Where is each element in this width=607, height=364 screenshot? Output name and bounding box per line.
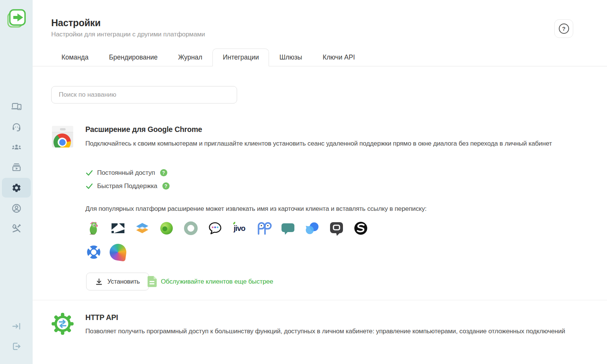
webim-logo-icon bbox=[304, 220, 321, 237]
heart-chat-logo-icon bbox=[207, 220, 223, 237]
download-icon bbox=[95, 278, 103, 286]
omnidesk-logo-icon bbox=[134, 220, 151, 237]
section-divider bbox=[33, 300, 607, 300]
tab-gateways[interactable]: Шлюзы bbox=[269, 49, 312, 66]
help-icon: ? bbox=[559, 24, 569, 34]
feature-quick-support: Быстрая Поддержка ? bbox=[85, 182, 170, 190]
green-sphere-logo-icon bbox=[158, 220, 175, 237]
tab-team[interactable]: Команда bbox=[51, 49, 99, 66]
install-button[interactable]: Установить bbox=[86, 273, 149, 290]
serve-clients-faster-link[interactable]: Обслуживайте клиентов еще быстрее bbox=[161, 278, 273, 286]
question-badge-icon[interactable]: ? bbox=[162, 182, 170, 190]
question-badge-icon[interactable]: ? bbox=[160, 169, 167, 176]
chrome-section-title: Расширение для Google Chrome bbox=[85, 125, 202, 134]
platform-icons: jivo bbox=[85, 220, 374, 260]
feature-permanent-access: Постоянный доступ ? bbox=[85, 169, 167, 177]
sidebar-item-profile[interactable] bbox=[6, 200, 26, 217]
collapse-sidebar-icon[interactable] bbox=[6, 318, 26, 334]
tab-api-keys[interactable]: Ключи API bbox=[312, 49, 365, 66]
api-section-title: HTTP API bbox=[85, 313, 118, 322]
document-icon bbox=[148, 276, 157, 287]
page-title: Настройки bbox=[51, 17, 101, 28]
rainbow-leaf-logo-icon bbox=[109, 243, 127, 262]
chrome-section-description: Подключайтесь к своим компьютерам и приг… bbox=[85, 139, 558, 149]
sidebar-item-devices[interactable] bbox=[6, 98, 26, 115]
tab-integrations[interactable]: Интеграции bbox=[212, 49, 269, 66]
feature-label: Быстрая Поддержка bbox=[97, 182, 157, 190]
teal-chat-logo-icon bbox=[280, 220, 296, 237]
logout-icon[interactable] bbox=[6, 338, 26, 355]
chrome-webstore-icon bbox=[52, 126, 73, 147]
tab-journal[interactable]: Журнал bbox=[168, 49, 212, 66]
sidebar-item-team[interactable] bbox=[6, 139, 26, 155]
app-logo-icon[interactable] bbox=[7, 9, 26, 28]
black-s-logo-icon bbox=[352, 220, 369, 237]
help-button[interactable]: ? bbox=[554, 19, 573, 38]
double-p-logo-icon bbox=[255, 220, 272, 237]
dark-chat-logo-icon bbox=[328, 220, 345, 237]
sidebar-item-recordings[interactable] bbox=[6, 159, 26, 176]
sidebar bbox=[0, 0, 33, 364]
blue-lifebuoy-logo-icon bbox=[85, 244, 102, 260]
check-icon bbox=[85, 169, 93, 177]
search-input[interactable] bbox=[51, 86, 237, 104]
settings-page: Настройки Настройки для интеграции с дру… bbox=[0, 0, 607, 364]
install-button-label: Установить bbox=[107, 278, 140, 285]
settings-tabs: Команда Брендирование Журнал Интеграции … bbox=[33, 49, 607, 66]
sage-ring-logo-icon bbox=[182, 220, 199, 237]
platforms-text: Для популярных платформ расширение может… bbox=[85, 204, 579, 214]
tab-branding[interactable]: Брендирование bbox=[99, 49, 168, 66]
jivo-logo-icon: jivo bbox=[231, 220, 248, 237]
sidebar-item-settings[interactable] bbox=[6, 179, 26, 196]
sidebar-item-tools[interactable] bbox=[6, 220, 26, 237]
zendesk-logo-icon bbox=[110, 220, 126, 237]
sidebar-item-support[interactable] bbox=[6, 118, 26, 135]
feature-label: Постоянный доступ bbox=[97, 169, 155, 177]
api-section-description: Позволяет получить программный доступ к … bbox=[85, 326, 577, 336]
http-api-gear-icon bbox=[51, 312, 74, 336]
parrot-logo-icon bbox=[85, 220, 102, 237]
check-icon bbox=[85, 182, 93, 190]
page-subtitle: Настройки для интеграции с другими платф… bbox=[51, 31, 205, 38]
